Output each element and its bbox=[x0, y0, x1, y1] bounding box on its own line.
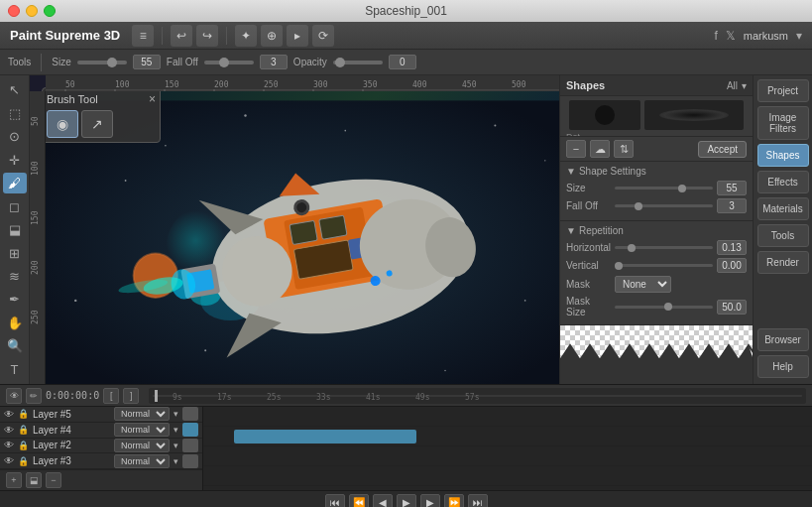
falloff-slider[interactable] bbox=[204, 61, 254, 64]
timeline-bracket-left[interactable]: [ bbox=[103, 388, 119, 404]
size-slider[interactable] bbox=[77, 61, 127, 64]
minimize-button[interactable] bbox=[26, 5, 38, 17]
username-label[interactable]: markusm bbox=[744, 30, 788, 42]
vertical-thumb[interactable] bbox=[615, 262, 623, 270]
tab-browser[interactable]: Browser bbox=[757, 328, 809, 351]
canvas-area[interactable]: 50 100 150 200 250 300 350 400 450 500 5… bbox=[30, 75, 559, 384]
close-button[interactable] bbox=[8, 5, 20, 17]
shapes-filter-arrow[interactable]: ▾ bbox=[742, 80, 747, 91]
brush-arrow-button[interactable]: ↗ bbox=[81, 110, 113, 138]
opacity-slider[interactable] bbox=[333, 61, 383, 64]
track-thumb-layer3[interactable] bbox=[182, 454, 198, 468]
tab-materials[interactable]: Materials bbox=[757, 197, 809, 220]
play-button[interactable]: ▸ bbox=[287, 25, 308, 47]
shapes-filter[interactable]: All bbox=[727, 80, 738, 91]
collapse-icon[interactable]: ▼ bbox=[566, 166, 576, 177]
tool-text[interactable]: T bbox=[3, 359, 27, 380]
falloff-setting-thumb[interactable] bbox=[635, 202, 642, 210]
horizontal-slider[interactable] bbox=[615, 246, 713, 249]
vertical-slider[interactable] bbox=[615, 264, 713, 267]
falloff-slider-thumb[interactable] bbox=[219, 58, 229, 67]
falloff-setting-slider[interactable] bbox=[615, 204, 713, 207]
track-mode-arrow-layer4[interactable]: ▾ bbox=[174, 425, 178, 435]
window-controls[interactable] bbox=[8, 5, 56, 17]
timeline-eye-button[interactable]: 👁 bbox=[6, 388, 22, 404]
tool-pointer[interactable]: ↖ bbox=[3, 79, 27, 100]
tab-project[interactable]: Project bbox=[757, 79, 809, 102]
opacity-slider-thumb[interactable] bbox=[335, 58, 345, 67]
next-frame-button[interactable]: ▶ bbox=[420, 494, 440, 507]
undo-button[interactable]: ↩ bbox=[171, 25, 192, 47]
track-mode-layer2[interactable]: Normal bbox=[114, 439, 170, 452]
track-vis-layer4[interactable]: 👁 bbox=[4, 425, 14, 436]
shapes-share-button[interactable]: ⇅ bbox=[614, 140, 634, 158]
tool-eraser[interactable]: ◻ bbox=[3, 195, 27, 216]
step-back-button[interactable]: ⏪ bbox=[349, 494, 369, 507]
track-bar-layer4[interactable] bbox=[234, 430, 416, 444]
brush-panel-close-button[interactable]: × bbox=[149, 92, 156, 106]
tool-fill[interactable]: ⬓ bbox=[3, 219, 27, 240]
tab-help[interactable]: Help bbox=[757, 355, 809, 378]
remove-track-button[interactable]: − bbox=[46, 472, 61, 488]
shape-dot-preview[interactable] bbox=[595, 105, 615, 125]
track-lock-layer3[interactable]: 🔒 bbox=[18, 456, 29, 466]
play-pause-button[interactable]: ▶ bbox=[397, 494, 416, 507]
tool-eyedrop[interactable]: ✒ bbox=[3, 289, 27, 310]
track-mode-layer4[interactable]: Normal bbox=[114, 423, 170, 437]
track-mode-arrow-layer5[interactable]: ▾ bbox=[174, 409, 178, 419]
maximize-button[interactable] bbox=[44, 5, 56, 17]
dropdown-icon[interactable]: ▾ bbox=[796, 29, 802, 43]
skip-start-button[interactable]: ⏮ bbox=[325, 494, 345, 507]
mask-size-value[interactable] bbox=[717, 300, 747, 315]
tool-clone[interactable]: ⊞ bbox=[3, 242, 27, 263]
track-icon-button[interactable]: ⬓ bbox=[26, 472, 42, 488]
facebook-icon[interactable]: f bbox=[714, 29, 717, 43]
repetition-collapse-icon[interactable]: ▼ bbox=[566, 225, 576, 236]
prev-frame-button[interactable]: ◀ bbox=[373, 494, 393, 507]
tool-move[interactable]: ✛ bbox=[3, 149, 27, 170]
size-value[interactable] bbox=[133, 55, 161, 69]
track-mode-layer5[interactable]: Normal bbox=[114, 407, 170, 421]
size-setting-thumb[interactable] bbox=[678, 185, 686, 192]
track-mode-arrow-layer2[interactable]: ▾ bbox=[174, 441, 178, 450]
timeline-edit-button[interactable]: ✏ bbox=[26, 388, 42, 404]
brush-sphere-button[interactable]: ◉ bbox=[47, 110, 78, 138]
mask-select[interactable]: None Linear Radial bbox=[615, 276, 671, 293]
track-vis-layer2[interactable]: 👁 bbox=[4, 440, 14, 450]
shapes-minus-button[interactable]: − bbox=[566, 140, 586, 158]
refresh-button[interactable]: ⟳ bbox=[312, 25, 334, 47]
vertical-value[interactable] bbox=[717, 258, 747, 273]
track-lock-layer4[interactable]: 🔒 bbox=[18, 425, 29, 435]
tool-hand[interactable]: ✋ bbox=[3, 313, 27, 333]
plus-tool-button[interactable]: ⊕ bbox=[261, 25, 283, 47]
add-track-button[interactable]: + bbox=[6, 472, 22, 488]
mask-size-thumb[interactable] bbox=[664, 303, 672, 311]
tab-effects[interactable]: Effects bbox=[757, 171, 809, 193]
twitter-icon[interactable]: 𝕏 bbox=[726, 29, 736, 43]
track-thumb-layer4[interactable] bbox=[182, 423, 198, 437]
tool-lasso[interactable]: ⊙ bbox=[3, 126, 27, 147]
tab-shapes[interactable]: Shapes bbox=[757, 144, 809, 167]
accept-button[interactable]: Accept bbox=[698, 141, 747, 158]
horizontal-thumb[interactable] bbox=[628, 244, 636, 252]
redo-button[interactable]: ↪ bbox=[196, 25, 218, 47]
size-setting-slider[interactable] bbox=[615, 187, 713, 190]
opacity-value[interactable] bbox=[389, 55, 416, 69]
track-lock-layer5[interactable]: 🔒 bbox=[18, 409, 29, 419]
tool-select[interactable]: ⬚ bbox=[3, 102, 27, 123]
star-tool-button[interactable]: ✦ bbox=[235, 25, 257, 47]
falloff-setting-value[interactable] bbox=[717, 198, 747, 213]
skip-end-button[interactable]: ⏭ bbox=[468, 494, 488, 507]
track-vis-layer5[interactable]: 👁 bbox=[4, 409, 14, 420]
tool-smudge[interactable]: ≋ bbox=[3, 266, 27, 287]
tab-tools[interactable]: Tools bbox=[757, 224, 809, 247]
step-forward-button[interactable]: ⏩ bbox=[444, 494, 464, 507]
track-mode-arrow-layer3[interactable]: ▾ bbox=[174, 456, 178, 466]
mask-size-slider[interactable] bbox=[615, 306, 713, 309]
size-slider-thumb[interactable] bbox=[107, 58, 117, 67]
size-setting-value[interactable] bbox=[717, 181, 747, 195]
tab-render[interactable]: Render bbox=[757, 251, 809, 274]
track-mode-layer3[interactable]: Normal bbox=[114, 454, 170, 468]
track-thumb-layer2[interactable] bbox=[182, 439, 198, 452]
tool-zoom[interactable]: 🔍 bbox=[3, 335, 27, 356]
